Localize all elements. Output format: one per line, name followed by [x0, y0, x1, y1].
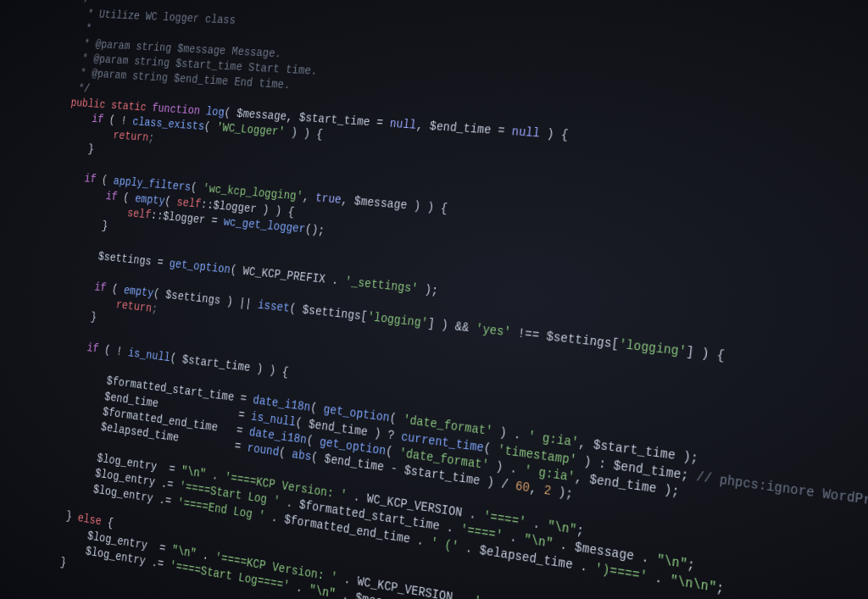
- code-editor-viewport: const _LOG_FILENAME = 'woocommerce-gatew…: [0, 0, 868, 599]
- code-block[interactable]: const _LOG_FILENAME = 'woocommerce-gatew…: [0, 0, 868, 599]
